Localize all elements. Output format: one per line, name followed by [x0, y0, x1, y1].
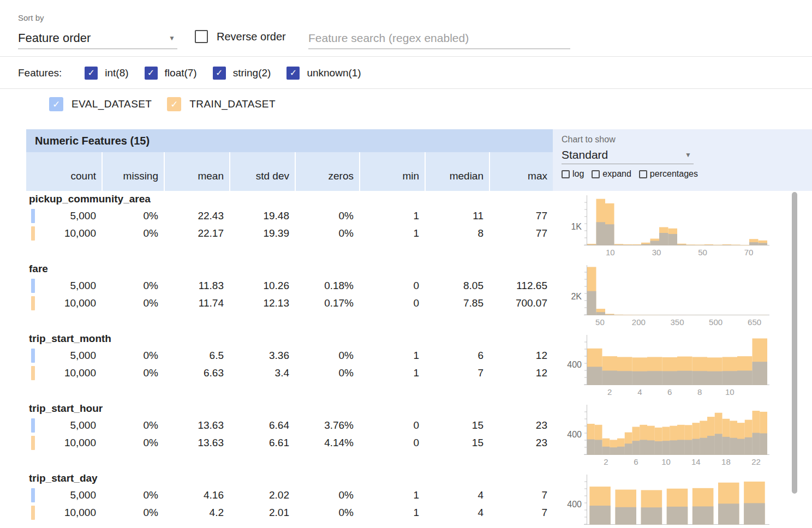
stat-zeros: 0.18% — [295, 277, 359, 295]
stat-mean: 4.2 — [164, 504, 229, 521]
checkbox-unchecked-icon[interactable] — [562, 170, 570, 178]
feature-histogram: 400 — [561, 475, 796, 528]
reverse-order-control[interactable]: Reverse order — [195, 30, 286, 43]
stat-min: 1 — [359, 364, 425, 382]
stats-row-eval: 5,0000%13.636.643.76%01523 — [26, 417, 553, 434]
checkbox-checked-icon[interactable]: ✓ — [49, 97, 63, 111]
stats-row-eval: 5,0000%6.53.360%1612 — [26, 347, 553, 364]
stat-min: 0 — [359, 295, 425, 312]
stat-zeros: 0% — [295, 347, 359, 364]
feature-type-filter-bar: Features: ✓int(8)✓float(7)✓string(2)✓unk… — [0, 57, 812, 89]
x-axis-tick-label: 2 — [596, 387, 623, 397]
y-axis-label: 400 — [561, 430, 582, 440]
x-axis-tick-label: 500 — [702, 317, 730, 327]
stats-row-eval: 5,0000%4.162.020%147 — [26, 487, 553, 504]
stat-median: 11 — [425, 207, 489, 225]
sort-by-label: Sort by — [18, 13, 44, 22]
stat-missing: 0% — [101, 504, 164, 521]
feature-block-trip_start_day: trip_start_day5,0000%4.162.020%14710,000… — [0, 470, 812, 528]
feature-filter-string[interactable]: ✓string(2) — [213, 67, 271, 80]
feature-filter-int[interactable]: ✓int(8) — [85, 67, 128, 80]
chart-options: logexpandpercentages — [562, 169, 812, 179]
column-headers: countmissingmeanstd devzerosminmedianmax — [26, 152, 553, 191]
checkbox-unchecked-icon[interactable] — [639, 170, 647, 178]
stat-missing: 0% — [101, 364, 164, 382]
feature-histogram: 2K50200350500650 — [561, 265, 796, 331]
x-axis-tick-label: 70 — [735, 248, 762, 257]
stat-missing: 0% — [101, 207, 164, 225]
stat-median: 8.05 — [425, 277, 489, 295]
checkbox-checked-icon[interactable]: ✓ — [167, 97, 181, 111]
x-axis-tick-label: 22 — [743, 457, 770, 466]
sort-order-value: Feature order — [18, 31, 91, 45]
eval-dataset-marker — [31, 349, 35, 363]
stat-max: 700.07 — [489, 295, 553, 312]
stat-missing: 0% — [101, 225, 164, 242]
stat-min: 1 — [359, 504, 425, 521]
stat-max: 23 — [489, 434, 553, 452]
stat-std-dev: 6.61 — [229, 434, 295, 452]
stat-missing: 0% — [101, 434, 164, 452]
checkbox-checked-icon[interactable]: ✓ — [213, 67, 226, 80]
stat-min: 1 — [359, 207, 425, 225]
stats-row-train: 10,0000%6.633.40%1712 — [26, 364, 553, 382]
x-axis-tick-label: 50 — [586, 317, 613, 327]
stat-max: 77 — [489, 207, 553, 225]
chart-to-show-label: Chart to show — [562, 135, 812, 145]
chart-option-label: expand — [602, 169, 631, 179]
y-axis-label: 400 — [561, 360, 582, 370]
sort-order-select[interactable]: Feature order ▼ — [18, 27, 177, 49]
stat-std-dev: 2.02 — [229, 487, 295, 504]
feature-histogram: 4002610141822 — [561, 405, 796, 470]
y-axis-label: 2K — [561, 292, 582, 302]
stat-count: 5,000 — [26, 417, 101, 434]
dataset-toggle-eval_dataset[interactable]: ✓EVAL_DATASET — [49, 97, 152, 111]
train-series — [587, 267, 767, 315]
x-axis-tick-label: 10 — [653, 457, 680, 466]
dataset-label: EVAL_DATASET — [71, 98, 152, 110]
column-header-zeros: zeros — [295, 152, 359, 191]
filter-label: int(8) — [105, 67, 128, 79]
train-dataset-marker — [31, 366, 35, 380]
features-label: Features: — [18, 67, 62, 79]
reverse-order-label: Reverse order — [217, 31, 286, 43]
stat-zeros: 0% — [295, 207, 359, 225]
chart-option-log[interactable]: log — [562, 169, 584, 179]
column-header-min: min — [359, 152, 425, 191]
stat-mean: 11.83 — [164, 277, 229, 295]
histogram-svg — [584, 475, 769, 525]
stat-missing: 0% — [101, 347, 164, 364]
stat-zeros: 3.76% — [295, 417, 359, 434]
checkbox-checked-icon[interactable]: ✓ — [145, 67, 158, 80]
stat-max: 12 — [489, 364, 553, 382]
stats-row-train: 10,0000%13.636.614.14%01523 — [26, 434, 553, 452]
x-axis-tick-label: 4 — [626, 387, 653, 397]
column-header-max: max — [489, 152, 553, 191]
feature-search-input[interactable] — [308, 27, 570, 49]
stat-count: 5,000 — [26, 347, 101, 364]
stat-std-dev: 12.13 — [229, 295, 295, 312]
stat-mean: 13.63 — [164, 434, 229, 452]
feature-filter-unknown[interactable]: ✓unknown(1) — [286, 67, 361, 80]
chart-option-percentages[interactable]: percentages — [639, 169, 698, 179]
stat-count: 10,000 — [26, 225, 101, 242]
reverse-order-checkbox[interactable] — [195, 30, 208, 43]
stat-median: 4 — [425, 487, 489, 504]
chart-type-select[interactable]: Standard ▼ — [562, 146, 694, 164]
checkbox-unchecked-icon[interactable] — [592, 170, 600, 178]
feature-filter-float[interactable]: ✓float(7) — [145, 67, 197, 80]
stat-median: 7 — [425, 364, 489, 382]
dataset-toggle-train_dataset[interactable]: ✓TRAIN_DATASET — [167, 97, 276, 111]
stat-zeros: 0% — [295, 225, 359, 242]
y-axis-label: 1K — [561, 222, 582, 232]
chevron-down-icon: ▼ — [169, 34, 177, 42]
stats-row-eval: 5,0000%22.4319.480%11177 — [26, 207, 553, 225]
train-dataset-marker — [31, 296, 35, 310]
chart-option-expand[interactable]: expand — [592, 169, 631, 179]
stat-missing: 0% — [101, 295, 164, 312]
vertical-scrollbar[interactable] — [792, 192, 797, 494]
checkbox-checked-icon[interactable]: ✓ — [286, 67, 300, 80]
chart-option-label: percentages — [650, 169, 698, 179]
stat-count: 10,000 — [26, 504, 101, 521]
checkbox-checked-icon[interactable]: ✓ — [85, 67, 98, 80]
